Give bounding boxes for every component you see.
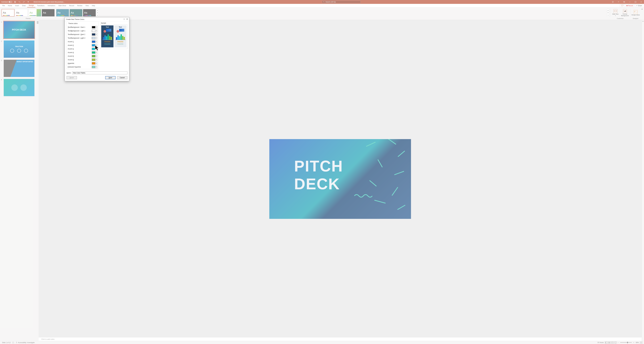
collapse-ribbon-icon[interactable] [641,8,643,20]
color-row-followed: Followed Hyperlink▼ [68,65,97,69]
slide-thumbnails-panel[interactable]: 1 PITCH DECK 2 TRACTION 3 MARKET OPPORTU… [0,20,39,341]
slide-counter[interactable]: Slide 1 of 12 [1,342,12,343]
language-icon[interactable] [12,342,15,343]
slideshow-view-button[interactable] [614,341,617,344]
color-picker-text_bg_dark1[interactable]: ▼ [92,26,97,29]
theme-name-input[interactable] [72,72,128,74]
slide-thumbnail[interactable] [4,79,34,96]
tab-insert[interactable]: Insert [14,4,20,8]
gallery-expand-icon[interactable]: ▾ [96,14,98,16]
ribbon-tabs: File Home Insert Draw Design Transitions… [0,4,644,8]
variant-thumbnail[interactable]: Aa [56,9,69,17]
record-button[interactable]: Record [625,5,634,7]
close-button[interactable] [638,0,644,4]
variant-thumbnail[interactable]: Aa [70,9,82,17]
color-picker-hyperlink[interactable]: ▼ [92,62,97,65]
minimize-button[interactable] [627,0,633,4]
color-label: Accent 5 [68,55,74,57]
gallery-scroll[interactable]: ▲▼▾ [96,9,99,17]
slide-canvas[interactable]: PITCH DECK [269,139,411,219]
color-label: Hyperlink [68,62,74,64]
share-button[interactable]: Share [635,5,643,7]
color-label: Accent 3 [68,48,74,50]
color-row-accent4: Accent 4▼ [68,51,97,54]
comments-button[interactable] [620,4,625,7]
theme-thumbnail[interactable]: Aa [28,9,41,17]
tab-slideshow[interactable]: Slide Show [57,4,68,8]
color-label: Text/Background - Dark 1 [68,26,85,28]
notes-toggle[interactable]: Notes [597,342,604,343]
search-box[interactable]: Search (Alt+Q) [322,1,361,3]
slide-thumbnail[interactable]: PITCH DECK [4,21,34,39]
autosave-switch[interactable]: Off [8,1,12,3]
design-ideas-button[interactable]: Design Ideas [631,8,640,17]
tab-record[interactable]: Record [68,4,76,8]
slide-thumbnail[interactable]: MARKET OPPORTUNITIES [4,60,34,77]
slide-size-button[interactable]: Slide Size ▾ [611,8,620,17]
scroll-up-icon[interactable]: ▲ [96,9,98,12]
cancel-button[interactable]: Cancel [117,76,128,79]
color-picker-text_bg_light2[interactable]: ▼ [92,37,97,39]
slide-thumbnail[interactable]: TRACTION [4,40,34,58]
chevron-down-icon: ▼ [95,37,97,39]
chevron-down-icon: ▼ [95,59,97,60]
color-picker-accent1[interactable]: ▼ [92,40,97,43]
chevron-down-icon: ▼ [95,63,97,64]
tab-draw[interactable]: Draw [20,4,27,8]
notes-pane[interactable]: Click to add notes [39,337,642,341]
fit-to-window-button[interactable] [640,341,642,344]
tab-home[interactable]: Home [6,4,14,8]
tab-design[interactable]: Design [27,4,36,8]
mic-icon[interactable] [616,0,621,4]
save-icon[interactable] [14,0,17,4]
color-picker-followed[interactable]: ▼ [92,66,97,68]
tab-review[interactable]: Review [76,4,84,8]
tab-view[interactable]: View [84,4,90,8]
zoom-knob[interactable] [627,342,628,343]
vertical-scrollbar[interactable] [642,20,644,341]
color-row-accent6: Accent 6▼ [68,58,97,62]
undo-icon[interactable] [18,0,21,4]
dialog-titlebar[interactable]: Create New Theme Colors ? [65,17,129,22]
color-picker-accent6[interactable]: ▼ [92,58,97,61]
redo-icon[interactable] [22,0,26,4]
coming-soon-icon[interactable] [610,0,616,4]
theme-thumbnail[interactable]: Aa [2,9,14,17]
maximize-button[interactable] [633,0,638,4]
ribbon-mode-icon[interactable] [621,0,627,4]
tab-help[interactable]: Help [90,4,96,8]
theme-thumbnail[interactable]: Aa [42,9,54,17]
tab-animations[interactable]: Animations [46,4,57,8]
variants-scroll[interactable]: ▲▼▾ [607,9,609,17]
dialog-close-button[interactable] [126,18,128,20]
zoom-in[interactable]: + [632,342,635,343]
reading-view-button[interactable] [611,341,614,344]
theme-thumbnail[interactable]: Aa [15,9,28,17]
qat-more-icon[interactable] [26,0,30,4]
zoom-out[interactable]: − [617,342,620,343]
color-picker-text_bg_light1[interactable]: ▼ [92,30,97,32]
accessibility-icon [16,342,18,343]
tab-transitions[interactable]: Transitions [36,4,46,8]
tab-file[interactable]: File [1,4,6,8]
normal-view-button[interactable] [605,341,608,344]
scroll-down-icon[interactable]: ▼ [96,12,98,14]
scroll-up-icon[interactable] [642,21,644,22]
color-picker-accent5[interactable]: ▼ [92,55,97,57]
autosave-toggle[interactable]: AutoSave Off [1,1,12,3]
scrollbar-thumb[interactable] [37,21,38,24]
color-picker-accent4[interactable]: ▼ [92,51,97,54]
dialog-help-button[interactable]: ? [124,19,124,20]
zoom-slider[interactable] [620,342,632,343]
save-button[interactable]: Save [105,76,116,79]
slide-size-icon [614,9,617,13]
reset-button[interactable]: Reset [66,76,77,79]
variant-thumbnail[interactable]: Aa [83,9,96,17]
sorter-view-button[interactable] [608,341,611,344]
color-picker-text_bg_dark2[interactable]: ▼ [92,33,97,36]
zoom-level[interactable]: 68% [635,342,640,343]
color-row-hyperlink: Hyperlink▼ [68,62,97,65]
slide-number: 3 [1,60,2,77]
format-background-button[interactable]: Format Background [620,8,630,17]
accessibility-status[interactable]: Accessibility: Investigate [15,342,36,343]
